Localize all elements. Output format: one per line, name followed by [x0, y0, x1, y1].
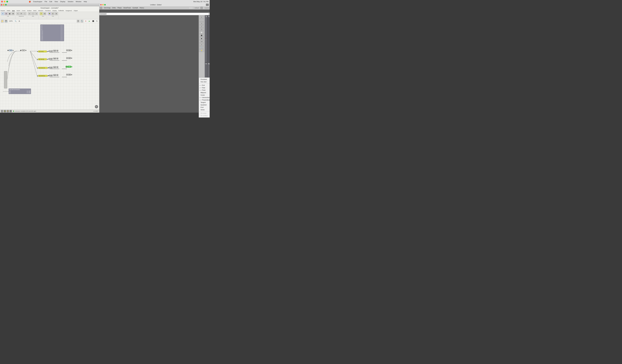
- command-input[interactable]: [107, 13, 209, 15]
- menu-knot[interactable]: Knot: [199, 106, 210, 109]
- ribbon-icon-15[interactable]: ⊟: [55, 12, 58, 15]
- nav-spinner[interactable]: ↻: [95, 105, 98, 108]
- maximize-button[interactable]: [6, 1, 8, 2]
- menu-file[interactable]: File: [45, 1, 47, 2]
- pm-node-1[interactable]: P: [51, 50, 53, 52]
- status-icon-3[interactable]: ⚡: [7, 110, 9, 112]
- yellow-node-4[interactable]: {19,19,20,21}: [37, 75, 49, 77]
- viewport-top[interactable]: Top: [205, 15, 207, 62]
- sidebar-tool-curve[interactable]: ∿: [199, 22, 204, 25]
- status-icon-2[interactable]: 🐛: [4, 110, 6, 112]
- loft-node-4[interactable]: C Loft: [66, 74, 72, 76]
- menu-persistent[interactable]: Persistent: [199, 78, 210, 81]
- rhino-min-btn[interactable]: [102, 4, 104, 5]
- menu-window[interactable]: Window: [76, 1, 81, 2]
- menu-midpoint[interactable]: Midpoint: [199, 92, 210, 94]
- yellow-node-2[interactable]: {6,7,8,9,10}: [37, 58, 48, 60]
- gh-menu-curve[interactable]: Curve: [22, 10, 25, 11]
- ribbon-icon-9[interactable]: ∩: [31, 12, 35, 15]
- sidebar-tool-line[interactable]: ╱: [199, 25, 204, 28]
- snap-history[interactable]: History: [140, 7, 144, 9]
- menu-vertex[interactable]: Vertex: [199, 109, 210, 111]
- zoom-tool[interactable]: 🔍: [14, 20, 17, 23]
- open-file-tool[interactable]: 📁: [1, 20, 4, 23]
- preview-tool[interactable]: 👁: [77, 20, 80, 23]
- gh-menu-clipper[interactable]: Clipper: [74, 10, 78, 11]
- ribbon-icon-12[interactable]: Aa: [43, 12, 46, 15]
- ribbon-icon-14[interactable]: ⊡: [51, 12, 54, 15]
- sidebar-tool-mesh[interactable]: ▦: [199, 37, 204, 40]
- yellow-node-1[interactable]: {1,2,3,4,5}: [37, 51, 48, 52]
- gh-menu-params[interactable]: Params: [0, 10, 5, 11]
- menu-help[interactable]: Help: [84, 1, 87, 2]
- menu-grasshopper[interactable]: Grasshopper: [33, 1, 42, 2]
- snap-context-menu[interactable]: Persistent One shot ✓ End ✓ Near ✓ Point…: [199, 77, 210, 117]
- sidebar-tool-solid[interactable]: ⬛: [199, 34, 204, 37]
- ribbon-icon-7[interactable]: ↕: [23, 12, 26, 15]
- ribbon-icon-4[interactable]: ⊠: [12, 12, 15, 15]
- sidebar-tool-transform[interactable]: ⤢: [199, 43, 204, 46]
- gh-menu-kangaroo[interactable]: Kangaroo2: [66, 10, 72, 11]
- gh-canvas[interactable]: (5)N = 1 (4)N = 1 (7)N = 1 (8)N = 1 (11)…: [0, 23, 99, 109]
- save-file-tool[interactable]: 💾: [5, 20, 7, 23]
- snap-grid[interactable]: Grid Snap: [104, 7, 110, 9]
- menu-oneshot[interactable]: One shot: [199, 81, 210, 83]
- ribbon-icon-13[interactable]: 🌳: [48, 12, 51, 15]
- ribbon-icon-11[interactable]: T: [39, 12, 43, 15]
- snap-planar[interactable]: Planar: [117, 7, 122, 9]
- split-node-4[interactable]: Split N: [53, 74, 58, 76]
- gh-menu-intersect[interactable]: Intersect: [38, 10, 43, 11]
- d-node-3[interactable]: D M: [48, 67, 53, 69]
- menu-perpendicular[interactable]: ✓ Perpendicular: [199, 99, 210, 101]
- ribbon-icon-6[interactable]: ⟳: [20, 12, 23, 15]
- sidebar-tool-select[interactable]: ↖: [199, 16, 204, 19]
- gh-menu-sets[interactable]: Sets: [12, 10, 15, 11]
- ribbon-icon-5[interactable]: ∿: [16, 12, 19, 15]
- snap-gumball[interactable]: Gumball: [133, 7, 138, 9]
- snap-smarttrack[interactable]: SmartTrack: [123, 7, 131, 9]
- settings-tool[interactable]: ⚙: [84, 20, 87, 23]
- gh-menu-vector[interactable]: Vector: [17, 10, 20, 11]
- play-tool[interactable]: ▶: [88, 20, 91, 23]
- gh-menu-mesh[interactable]: Mesh: [33, 10, 37, 11]
- menu-apple[interactable]: 🍎: [29, 1, 31, 3]
- reload-tool[interactable]: ↻: [96, 20, 98, 23]
- menu-center[interactable]: Center: [199, 94, 210, 96]
- mac-menubar[interactable]: 🍎 Grasshopper File Edit View Display Sol…: [29, 0, 87, 3]
- bake-tool[interactable]: 🔧: [80, 20, 83, 23]
- gh-menu-maths[interactable]: Maths: [7, 10, 10, 11]
- ribbon-icon-3[interactable]: ▦: [8, 12, 11, 15]
- split-node-1[interactable]: Split N: [53, 50, 58, 52]
- stop-tool[interactable]: ⬛: [92, 20, 95, 23]
- gh-menu-transform[interactable]: Transform: [45, 10, 51, 11]
- split-node-3[interactable]: Split N: [53, 66, 58, 68]
- d-node-2[interactable]: D M: [48, 58, 53, 60]
- status-icon-1[interactable]: ⊞: [1, 110, 3, 112]
- ribbon-icon-10[interactable]: ∪: [35, 12, 38, 15]
- sidebar-tool-analyze[interactable]: 🔍: [199, 46, 204, 49]
- rhino-layout-btn[interactable]: [206, 4, 209, 6]
- ribbon-icon-1[interactable]: ≡: [1, 12, 4, 15]
- loft-node-3-active[interactable]: C Loft: [66, 66, 72, 68]
- menu-intersection[interactable]: ✓ Intersection: [199, 96, 210, 99]
- rhino-layouts-icon[interactable]: [200, 7, 203, 9]
- menu-quadrant[interactable]: Quadrant: [199, 104, 210, 106]
- menu-edit[interactable]: Edit: [49, 1, 52, 2]
- crv-node[interactable]: Crv: [20, 49, 26, 51]
- gh-menu-bar[interactable]: Params Maths Sets Vector Curve Surface M…: [0, 10, 99, 12]
- rhino-max-btn[interactable]: [104, 4, 106, 5]
- snap-ortho[interactable]: Ortho: [112, 7, 116, 9]
- close-button[interactable]: [1, 1, 3, 2]
- viewport-perspective[interactable]: Perspective x y z: [207, 15, 210, 62]
- status-icon-4[interactable]: ⊟: [9, 110, 12, 112]
- menu-near[interactable]: ✓ Near: [199, 87, 210, 89]
- rhino-panel-icon[interactable]: [100, 7, 102, 9]
- menu-end[interactable]: ✓ End: [199, 84, 210, 87]
- recenter-tool[interactable]: ⊡: [18, 20, 21, 23]
- menu-view[interactable]: View: [54, 1, 58, 2]
- sidebar-tool-dim[interactable]: ⟺: [199, 40, 204, 43]
- gh-window-buttons[interactable]: [1, 4, 7, 5]
- menu-tangent[interactable]: Tangent: [199, 101, 210, 104]
- loft-node-1[interactable]: C Loft: [66, 49, 72, 51]
- rhino-window-buttons[interactable]: [100, 4, 106, 5]
